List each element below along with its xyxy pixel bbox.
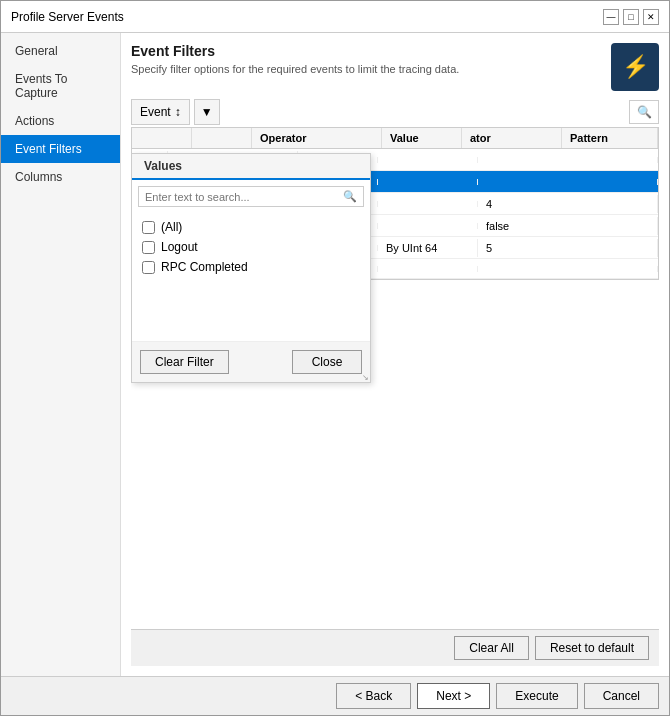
window-title: Profile Server Events <box>11 10 124 24</box>
search-icon: 🔍 <box>343 190 357 203</box>
title-bar: Profile Server Events — □ ✕ <box>1 1 669 33</box>
search-button[interactable]: 🔍 <box>629 100 659 124</box>
title-bar-controls: — □ ✕ <box>603 9 659 25</box>
minimize-button[interactable]: — <box>603 9 619 25</box>
execute-button[interactable]: Execute <box>496 683 577 709</box>
next-button[interactable]: Next > <box>417 683 490 709</box>
popup-tab-values[interactable]: Values <box>132 154 370 180</box>
maximize-button[interactable]: □ <box>623 9 639 25</box>
lightning-icon: ⚡ <box>622 54 649 80</box>
search-icon: 🔍 <box>637 105 652 119</box>
main-window: Profile Server Events — □ ✕ General Even… <box>0 0 670 716</box>
popup-list: (All) Logout RPC Completed <box>132 213 370 281</box>
td-new-ator <box>378 266 478 272</box>
sidebar-item-event-filters[interactable]: Event Filters <box>1 135 120 163</box>
td-pattern-5: 5 <box>478 239 658 257</box>
list-item-logout[interactable]: Logout <box>138 237 364 257</box>
list-item-rpc-completed[interactable]: RPC Completed <box>138 257 364 277</box>
th-expand <box>192 128 252 148</box>
popup-search-container: 🔍 <box>138 186 364 207</box>
checkbox-all[interactable] <box>142 221 155 234</box>
header-icon: ⚡ <box>611 43 659 91</box>
sidebar-item-actions[interactable]: Actions <box>1 107 120 135</box>
cancel-button[interactable]: Cancel <box>584 683 659 709</box>
th-ator: ator <box>462 128 562 148</box>
sidebar: General Events To Capture Actions Event … <box>1 33 121 676</box>
clear-filter-button[interactable]: Clear Filter <box>140 350 229 374</box>
td-pattern-4: false <box>478 217 658 235</box>
header-section: Event Filters Specify filter options for… <box>131 43 659 91</box>
td-ator-3 <box>378 201 478 207</box>
content-inner: Event ↕ ▼ 🔍 <box>131 99 659 629</box>
table-toolbar: Event ↕ ▼ 🔍 <box>131 99 659 125</box>
filter-button[interactable]: ▼ <box>194 99 220 125</box>
bottom-bar: Clear All Reset to default <box>131 629 659 666</box>
sidebar-item-events-to-capture[interactable]: Events To Capture <box>1 65 120 107</box>
td-ator-2 <box>378 179 478 185</box>
sidebar-item-columns[interactable]: Columns <box>1 163 120 191</box>
title-bar-left: Profile Server Events <box>11 10 124 24</box>
page-title: Event Filters <box>131 43 459 59</box>
header-text: Event Filters Specify filter options for… <box>131 43 459 75</box>
th-operator: Operator <box>252 128 382 148</box>
td-pattern-3: 4 <box>478 195 658 213</box>
th-arrow <box>132 128 192 148</box>
th-value: Value <box>382 128 462 148</box>
popup-search-input[interactable] <box>145 191 339 203</box>
th-pattern: Pattern <box>562 128 658 148</box>
sort-icon: ↕ <box>175 105 181 119</box>
td-ator-1 <box>378 157 478 163</box>
td-ator-5: By UInt 64 <box>378 239 478 257</box>
main-layout: General Events To Capture Actions Event … <box>1 33 669 676</box>
footer-nav: < Back Next > Execute Cancel <box>1 676 669 715</box>
values-dropdown: Values 🔍 (All) <box>131 153 371 383</box>
resize-handle[interactable]: ↘ <box>362 374 370 382</box>
td-new-pattern <box>478 266 658 272</box>
sidebar-item-general[interactable]: General <box>1 37 120 65</box>
filter-icon: ▼ <box>201 105 213 119</box>
back-button[interactable]: < Back <box>336 683 411 709</box>
list-item-all[interactable]: (All) <box>138 217 364 237</box>
reset-to-default-button[interactable]: Reset to default <box>535 636 649 660</box>
td-pattern-1 <box>478 157 658 163</box>
popup-footer: Clear Filter Close <box>132 341 370 382</box>
checkbox-logout[interactable] <box>142 241 155 254</box>
td-pattern-2 <box>478 179 658 185</box>
clear-all-button[interactable]: Clear All <box>454 636 529 660</box>
content-area: Event Filters Specify filter options for… <box>121 33 669 676</box>
table-wrapper: Operator Value ator Pattern ► Lo... <box>131 127 659 629</box>
page-subtitle: Specify filter options for the required … <box>131 63 459 75</box>
close-button[interactable]: ✕ <box>643 9 659 25</box>
close-button[interactable]: Close <box>292 350 362 374</box>
checkbox-rpc-completed[interactable] <box>142 261 155 274</box>
td-ator-4 <box>378 223 478 229</box>
table-header: Operator Value ator Pattern <box>132 128 658 149</box>
event-button[interactable]: Event ↕ <box>131 99 190 125</box>
